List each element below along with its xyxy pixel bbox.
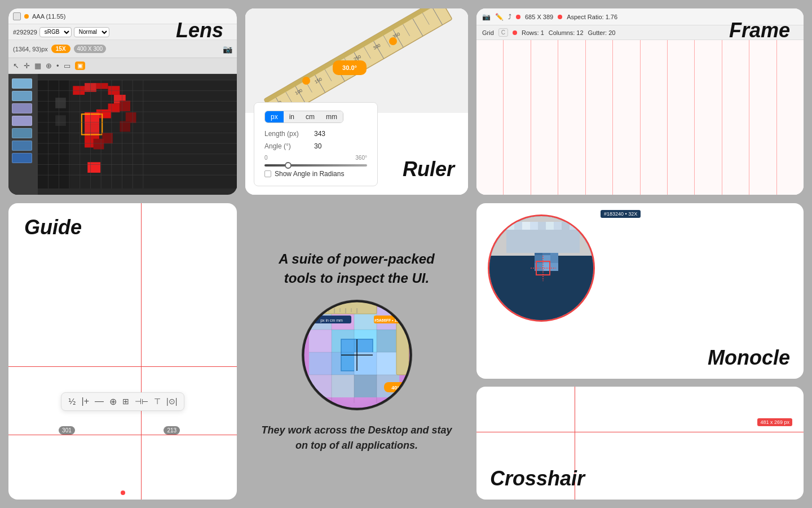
ruler-card: 50 100 150 200 250 300 350 30.0° xyxy=(245,8,468,195)
svg-rect-132 xyxy=(506,222,514,230)
grid-select[interactable]: C xyxy=(498,28,508,37)
guide-title: Guide xyxy=(24,216,82,239)
guide-icon-7[interactable]: ⊤ xyxy=(154,397,161,406)
rect-icon[interactable]: ▭ xyxy=(64,62,70,70)
angle-label: Angle (°) xyxy=(264,142,310,150)
frame-col-6 xyxy=(613,40,640,195)
camera-icon[interactable]: 📷 xyxy=(223,45,232,54)
ruler-content: 50 100 150 200 250 300 350 30.0° xyxy=(245,8,468,195)
svg-rect-127 xyxy=(550,255,558,263)
app-icon: 40° px in cm mm #5A66FF • 12X xyxy=(301,299,413,411)
fill-btn[interactable]: ▣ xyxy=(75,62,85,70)
angle-value: 30 xyxy=(314,142,321,150)
swatch-5 xyxy=(12,128,32,138)
svg-rect-20 xyxy=(55,98,66,108)
monocle-card: #183240 • 32X xyxy=(476,203,804,379)
guide-icon-5[interactable]: ⊞ xyxy=(122,397,129,406)
hex-label: #292929 xyxy=(13,29,37,36)
ruler-title: Ruler xyxy=(403,157,454,181)
frame-rows: Rows: 1 xyxy=(522,29,544,36)
dot-red-frame xyxy=(516,15,520,19)
crosshair-hline xyxy=(476,432,804,432)
slider-labels: 0 360° xyxy=(264,155,367,161)
pixel-canvas xyxy=(8,74,237,195)
size-btn: 400 X 300 xyxy=(74,45,107,53)
svg-rect-2 xyxy=(73,86,85,95)
frame-card: Frame 📷 ✏️ ⤴ 685 X 389 Aspect Ratio: 1.7… xyxy=(476,8,804,195)
frame-aspect-ratio: Aspect Ratio: 1.76 xyxy=(567,14,617,20)
ruler-panel: px in cm mm Length (px) 343 Angle (°) 30… xyxy=(254,102,378,186)
center-panel: A suite of power-packed tools to inspect… xyxy=(245,203,468,500)
frame-grid-area xyxy=(476,40,804,195)
color-swatch xyxy=(13,12,21,20)
guide-icon-2[interactable]: |+ xyxy=(82,396,90,406)
app-icon-svg: 40° px in cm mm #5A66FF • 12X xyxy=(301,299,413,411)
lens-minitoolbar: ↖ ✛ ▦ ⊕ • ▭ ▣ xyxy=(8,58,237,74)
svg-rect-19 xyxy=(94,139,104,150)
ruler-svg: 50 100 150 200 250 300 350 30.0° xyxy=(245,8,468,113)
ruler-tabs: px in cm mm xyxy=(264,111,343,123)
guide-icon-1[interactable]: ⅟₂ xyxy=(68,397,76,406)
swatch-7 xyxy=(12,153,32,163)
zoom-btn[interactable]: 15X xyxy=(51,45,70,53)
svg-rect-91 xyxy=(354,375,377,397)
svg-rect-129 xyxy=(542,263,550,271)
ruler-svg-wrap: 50 100 150 200 250 300 350 30.0° xyxy=(245,8,468,113)
crosshair2-icon[interactable]: ✛ xyxy=(24,62,30,70)
svg-point-71 xyxy=(302,77,310,85)
svg-rect-133 xyxy=(514,222,522,230)
tab-mm[interactable]: mm xyxy=(320,111,343,122)
pen-icon: ✏️ xyxy=(495,13,504,21)
grid-icon[interactable]: ▦ xyxy=(34,62,41,70)
dot-red-rows xyxy=(513,30,517,35)
frame-col-8 xyxy=(668,40,695,195)
swatch-3 xyxy=(12,103,32,113)
arrow-icon[interactable]: ↖ xyxy=(13,62,19,70)
radians-label: Show Angle in Radians xyxy=(275,170,344,178)
guide-icon-6[interactable]: ⊣⊢ xyxy=(135,397,148,406)
swatch-4 xyxy=(12,116,32,126)
svg-rect-12 xyxy=(87,162,100,173)
frame-col-2 xyxy=(504,40,531,195)
radians-checkbox[interactable] xyxy=(264,170,271,177)
colorspace-select[interactable]: sRGB xyxy=(39,27,72,37)
svg-rect-134 xyxy=(522,222,530,230)
frame-col-5 xyxy=(586,40,613,195)
pixel-grid-area xyxy=(38,74,237,195)
guide-icon-8[interactable]: |⊙| xyxy=(166,397,177,406)
crosshair-card: 481 x 269 px Crosshair xyxy=(476,387,804,500)
swatch-2 xyxy=(12,91,32,101)
guide-hline-1 xyxy=(8,366,237,367)
camera-icon2: 📷 xyxy=(482,13,491,21)
guide-badge-2: 213 xyxy=(164,426,180,435)
tab-in[interactable]: in xyxy=(284,111,300,122)
angle-row: Angle (°) 30 xyxy=(264,142,367,150)
guide-icon-3[interactable]: — xyxy=(95,396,104,406)
frame-title: Frame xyxy=(729,19,790,42)
tab-cm[interactable]: cm xyxy=(300,111,320,122)
svg-rect-17 xyxy=(120,121,130,132)
svg-rect-4 xyxy=(96,83,108,89)
svg-rect-21 xyxy=(55,115,66,126)
tagline: A suite of power-packed tools to inspect… xyxy=(279,249,435,287)
frame-col-4 xyxy=(558,40,585,195)
angle-slider[interactable] xyxy=(264,164,367,167)
lens-title: Lens xyxy=(176,19,223,42)
svg-rect-83 xyxy=(377,330,399,352)
move-icon[interactable]: ⊕ xyxy=(46,62,52,70)
pixel-svg xyxy=(38,74,237,195)
guide-icon-4[interactable]: ⊕ xyxy=(109,396,117,407)
svg-text:30.0°: 30.0° xyxy=(342,64,357,71)
svg-rect-90 xyxy=(332,375,354,397)
tab-px[interactable]: px xyxy=(265,111,284,122)
swatch-1 xyxy=(12,78,32,89)
guide-card: Guide ⅟₂ |+ — ⊕ ⊞ ⊣⊢ ⊤ |⊙| 301 213 xyxy=(8,203,237,500)
blendmode-select[interactable]: Normal xyxy=(74,27,109,37)
svg-text:px  in  cm  mm: px in cm mm xyxy=(320,318,343,323)
svg-rect-137 xyxy=(546,222,554,230)
lens-card: Lens AAA (11.55) #292929 sRGB Normal (13… xyxy=(8,8,237,195)
dot-icon[interactable]: • xyxy=(56,62,59,70)
dot-orange xyxy=(24,14,29,19)
frame-gutter: Gutter: 20 xyxy=(588,29,616,36)
swatch-6 xyxy=(12,141,32,151)
